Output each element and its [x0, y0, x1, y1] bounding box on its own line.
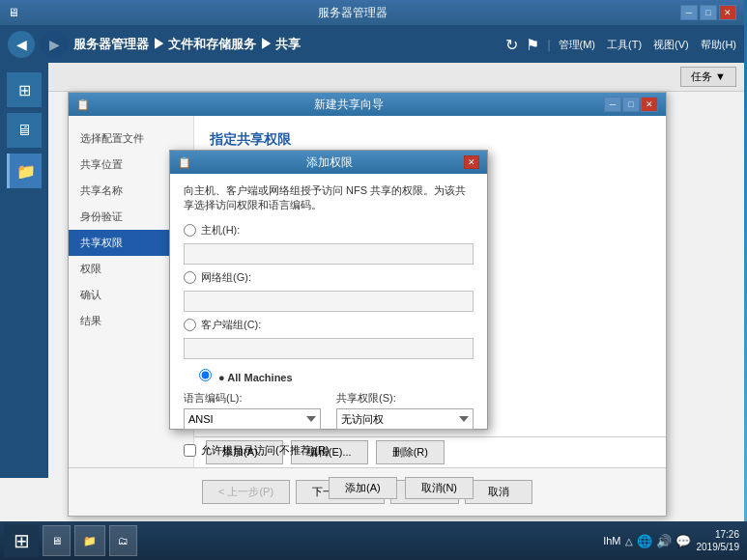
allow-root-label: 允许根目录访问(不推荐)(R) — [201, 443, 330, 458]
dialog-close-button[interactable]: ✕ — [464, 155, 479, 169]
radio-clientgroup[interactable] — [184, 319, 196, 331]
radio-netgroup-label: 网络组(G): — [201, 270, 251, 285]
wizard-close-button[interactable]: ✕ — [641, 97, 658, 112]
wizard-win-controls: ─ □ ✕ — [604, 97, 658, 112]
taskbar-right: IhM △ 🌐 🔊 💬 17:26 2019/5/19 — [603, 528, 743, 553]
permission-select[interactable]: 无访问权 — [336, 408, 474, 430]
flag-icon[interactable]: ⚑ — [526, 36, 539, 54]
separator: | — [547, 38, 550, 51]
radio-host[interactable] — [184, 224, 196, 237]
ihm-label: IhM — [603, 535, 620, 546]
wizard-step-profile[interactable]: 选择配置文件 — [69, 126, 193, 152]
server-manager-title: 服务器管理器 — [25, 5, 680, 21]
desktop: 🖥 服务器管理器 ─ □ ✕ ◀ ▶ 服务器管理器 ▶ 文件和存储服务 ▶ 共享… — [0, 0, 747, 560]
encoding-select[interactable]: ANSI — [184, 408, 321, 430]
minimize-button[interactable]: ─ — [680, 5, 698, 20]
maximize-button[interactable]: □ — [700, 5, 717, 20]
radio-all-machines[interactable] — [199, 369, 212, 381]
wizard-titlebar: 📋 新建共享向导 ─ □ ✕ — [69, 93, 666, 116]
taskbar-explorer-icon: 📁 — [83, 535, 97, 547]
taskbar-clock[interactable]: 17:26 2019/5/19 — [697, 528, 740, 553]
date-display: 2019/5/19 — [697, 541, 740, 553]
sidebar-dashboard-icon[interactable]: ⊞ — [7, 72, 42, 107]
tray-arrow-icon[interactable]: △ — [625, 536, 633, 546]
breadcrumb: 服务器管理器 ▶ 文件和存储服务 ▶ 共享 — [73, 36, 500, 53]
menu-help[interactable]: 帮助(H) — [701, 38, 736, 52]
permission-col: 共享权限(S): 无访问权 — [336, 391, 474, 435]
radio-host-label: 主机(H): — [201, 223, 240, 238]
wizard-page-title: 指定共享权限 — [210, 131, 650, 149]
dialog-footer: 添加(A) 取消(N) — [170, 477, 487, 509]
wizard-title: 新建共享向导 — [94, 97, 604, 113]
radio-clientgroup-item: 客户端组(C): — [184, 318, 474, 332]
encoding-col: 语言编码(L): ANSI — [184, 391, 321, 435]
all-machines-label: ● All Machines — [199, 369, 474, 383]
radio-netgroup-item: 网络组(G): — [184, 270, 474, 285]
taskbar: ⊞ 🖥 📁 🗂 IhM △ 🌐 🔊 💬 17:26 2019/5/19 — [0, 521, 747, 560]
sm-left-sidebar: ⊞ 🖥 📁 — [0, 63, 48, 478]
dialog-cancel-button[interactable]: 取消(N) — [405, 477, 474, 499]
menu-bar: 管理(M) 工具(T) 视图(V) 帮助(H) — [559, 38, 737, 52]
radio-netgroup[interactable] — [184, 271, 196, 284]
server-manager-toolbar: ◀ ▶ 服务器管理器 ▶ 文件和存储服务 ▶ 共享 ↻ ⚑ | 管理(M) 工具… — [0, 25, 744, 64]
start-button[interactable]: ⊞ — [4, 524, 39, 557]
forward-button[interactable]: ▶ — [41, 31, 68, 58]
close-button[interactable]: ✕ — [719, 5, 736, 20]
server-manager-win-controls: ─ □ ✕ — [680, 5, 736, 20]
dialog-body: 向主机、客户端或网络组授予访问 NFS 共享的权限。为该共享选择访问权限和语言编… — [170, 174, 487, 477]
system-tray: IhM △ 🌐 🔊 💬 — [603, 534, 690, 548]
taskbar-server-manager[interactable]: 🖥 — [43, 525, 71, 556]
sm-content-toolbar: 任务 ▼ — [48, 63, 744, 92]
menu-view[interactable]: 视图(V) — [653, 38, 689, 52]
taskbar-server-manager-icon: 🖥 — [51, 535, 62, 546]
allow-root-checkbox[interactable] — [184, 444, 196, 457]
sidebar-storage-icon[interactable]: 📁 — [7, 154, 42, 188]
taskbar-app-3-icon: 🗂 — [118, 535, 129, 546]
all-machines-text: ● All Machines — [218, 372, 293, 383]
checkbox-row: 允许根目录访问(不推荐)(R) — [184, 443, 474, 458]
sidebar-servers-icon[interactable]: 🖥 — [7, 113, 42, 148]
encoding-row: 语言编码(L): ANSI 共享权限(S): 无访问权 — [184, 391, 474, 435]
tray-volume-icon[interactable]: 🔊 — [656, 534, 672, 548]
tray-network-icon[interactable]: 🌐 — [637, 534, 652, 548]
dialog-add-button[interactable]: 添加(A) — [329, 477, 397, 499]
taskbar-explorer[interactable]: 📁 — [74, 525, 105, 556]
back-button[interactable]: ◀ — [8, 31, 35, 58]
clientgroup-select[interactable] — [184, 338, 474, 359]
menu-tools[interactable]: 工具(T) — [607, 38, 642, 52]
task-button[interactable]: 任务 ▼ — [680, 67, 736, 87]
netgroup-select[interactable] — [184, 291, 474, 312]
host-select[interactable] — [184, 243, 474, 265]
dialog-titlebar: 📋 添加权限 ✕ — [170, 151, 487, 174]
wizard-minimize-button[interactable]: ─ — [604, 97, 621, 112]
dialog-description: 向主机、客户端或网络组授予访问 NFS 共享的权限。为该共享选择访问权限和语言编… — [184, 183, 474, 213]
permission-label: 共享权限(S): — [336, 391, 474, 406]
menu-manage[interactable]: 管理(M) — [559, 38, 596, 52]
refresh-icon[interactable]: ↻ — [505, 36, 518, 54]
radio-clientgroup-label: 客户端组(C): — [201, 318, 261, 332]
dialog-title: 添加权限 — [195, 154, 464, 171]
add-permission-dialog: 📋 添加权限 ✕ 向主机、客户端或网络组授予访问 NFS 共享的权限。为该共享选… — [169, 150, 488, 430]
taskbar-app-3[interactable]: 🗂 — [109, 525, 137, 556]
wizard-maximize-button[interactable]: □ — [622, 97, 640, 112]
encoding-label: 语言编码(L): — [184, 391, 321, 406]
tray-chat-icon[interactable]: 💬 — [675, 534, 691, 548]
radio-host-item: 主机(H): — [184, 223, 474, 238]
time-display: 17:26 — [697, 528, 740, 541]
start-icon: ⊞ — [14, 529, 30, 552]
server-manager-titlebar: 🖥 服务器管理器 ─ □ ✕ — [0, 0, 744, 25]
